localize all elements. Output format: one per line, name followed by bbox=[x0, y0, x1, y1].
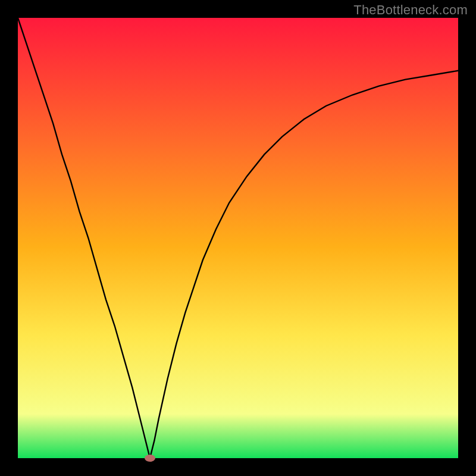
watermark-text: TheBottleneck.com bbox=[353, 2, 468, 18]
bottleneck-chart bbox=[0, 0, 476, 476]
chart-frame: TheBottleneck.com bbox=[0, 0, 476, 476]
optimal-point-marker bbox=[145, 455, 155, 462]
plot-gradient-background bbox=[18, 18, 458, 458]
